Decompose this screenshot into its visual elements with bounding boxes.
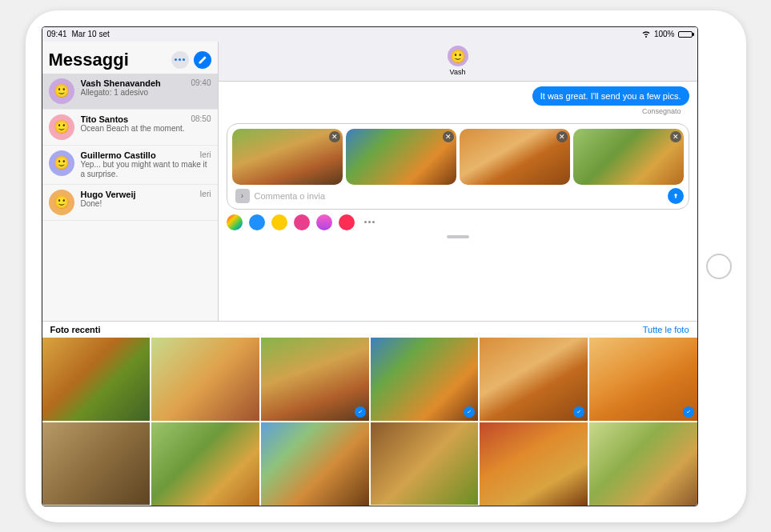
photo-cell[interactable] bbox=[589, 338, 697, 421]
remove-attachment-button[interactable]: ✕ bbox=[443, 131, 454, 142]
photo-drawer: Foto recenti Tutte le foto bbox=[42, 321, 697, 505]
photo-cell[interactable] bbox=[42, 338, 151, 421]
conversation-row[interactable]: 🙂Hugo VerweijIeriDone! bbox=[42, 185, 218, 221]
conversation-time: Ieri bbox=[200, 150, 211, 160]
sidebar-title: Messaggi bbox=[49, 50, 167, 70]
delivery-status: Consegnato bbox=[227, 107, 689, 115]
conversation-time: Ieri bbox=[200, 190, 211, 199]
conversation-preview: Allegato: 1 adesivo bbox=[81, 88, 211, 98]
avatar: 🙂 bbox=[49, 190, 74, 215]
conversation-name: Vash Shenavandeh bbox=[81, 78, 191, 88]
avatar: 🙂 bbox=[49, 150, 74, 176]
staged-attachments: ✕✕✕✕ › Commenta o invia bbox=[227, 123, 689, 210]
chat-header[interactable]: 🙂 Vash bbox=[219, 42, 697, 82]
conversation-name: Hugo Verweij bbox=[81, 190, 200, 199]
all-photos-link[interactable]: Tutte le foto bbox=[643, 325, 689, 334]
avatar: 🙂 bbox=[49, 78, 74, 104]
staged-photo[interactable]: ✕ bbox=[232, 129, 343, 185]
staged-photo[interactable]: ✕ bbox=[460, 129, 570, 185]
photo-cell[interactable] bbox=[589, 422, 697, 506]
photo-cell[interactable] bbox=[151, 338, 259, 421]
imessage-app-photos[interactable] bbox=[227, 214, 243, 230]
selected-check-icon bbox=[683, 406, 694, 418]
selected-check-icon bbox=[355, 406, 366, 418]
more-apps-button[interactable] bbox=[361, 221, 378, 223]
selected-check-icon bbox=[464, 406, 475, 418]
conversation-preview: Done! bbox=[81, 199, 211, 209]
photo-cell[interactable] bbox=[151, 422, 259, 506]
conversation-row[interactable]: 🙂Tito Santos08:50Ocean Beach at the mome… bbox=[42, 110, 218, 146]
imessage-app-appstore[interactable] bbox=[249, 214, 265, 230]
remove-attachment-button[interactable]: ✕ bbox=[556, 131, 568, 142]
battery-pct: 100% bbox=[654, 30, 675, 38]
drawer-title: Foto recenti bbox=[50, 325, 101, 334]
imessage-app-memoji[interactable] bbox=[271, 214, 287, 230]
photo-cell[interactable] bbox=[371, 338, 479, 421]
conversation-sidebar: Messaggi 🙂Vash Shenavandeh09:40Allegato:… bbox=[42, 42, 219, 322]
message-bubble-outgoing: It was great. I'll send you a few pics. bbox=[532, 86, 689, 106]
conversation-time: 09:40 bbox=[191, 78, 211, 88]
photo-cell[interactable] bbox=[42, 422, 151, 506]
photo-cell[interactable] bbox=[371, 422, 479, 506]
drawer-grabber[interactable] bbox=[447, 235, 469, 238]
conversation-row[interactable]: 🙂Guillermo CastilloIeriYep... but you mi… bbox=[42, 146, 218, 185]
photo-cell[interactable] bbox=[480, 422, 588, 506]
message-input[interactable]: Commenta o invia bbox=[255, 191, 663, 201]
contact-name: Vash bbox=[450, 68, 466, 76]
remove-attachment-button[interactable]: ✕ bbox=[329, 131, 340, 142]
selected-check-icon bbox=[573, 406, 584, 418]
imessage-app-music[interactable] bbox=[316, 214, 332, 230]
compose-button[interactable] bbox=[194, 51, 211, 69]
remove-attachment-button[interactable]: ✕ bbox=[670, 131, 681, 142]
photo-cell[interactable] bbox=[261, 338, 369, 421]
conversation-row[interactable]: 🙂Vash Shenavandeh09:40Allegato: 1 adesiv… bbox=[42, 74, 218, 110]
avatar: 🙂 bbox=[49, 114, 74, 140]
more-button[interactable] bbox=[171, 51, 189, 69]
status-time: 09:41 bbox=[47, 30, 67, 38]
imessage-app-heart[interactable] bbox=[339, 214, 355, 230]
conversation-name: Guillermo Castillo bbox=[81, 150, 200, 160]
contact-avatar[interactable]: 🙂 bbox=[448, 46, 468, 66]
staged-photo[interactable]: ✕ bbox=[346, 129, 456, 185]
staged-photo[interactable]: ✕ bbox=[573, 129, 684, 185]
imessage-app-search-pink[interactable] bbox=[294, 214, 310, 230]
conversation-preview: Ocean Beach at the moment. bbox=[81, 124, 211, 134]
send-button[interactable] bbox=[668, 188, 684, 204]
wifi-icon bbox=[641, 29, 651, 40]
status-bar: 09:41 Mar 10 set 100% bbox=[42, 27, 697, 42]
expand-apps-button[interactable]: › bbox=[235, 189, 250, 203]
status-date: Mar 10 set bbox=[72, 30, 110, 38]
conversation-name: Tito Santos bbox=[81, 114, 191, 124]
home-button[interactable] bbox=[706, 254, 732, 279]
photo-cell[interactable] bbox=[480, 338, 588, 421]
app-strip bbox=[219, 211, 697, 235]
photo-cell[interactable] bbox=[261, 422, 369, 506]
battery-icon bbox=[678, 31, 693, 38]
conversation-time: 08:50 bbox=[191, 114, 211, 124]
conversation-preview: Yep... but you might want to make it a s… bbox=[81, 160, 211, 179]
